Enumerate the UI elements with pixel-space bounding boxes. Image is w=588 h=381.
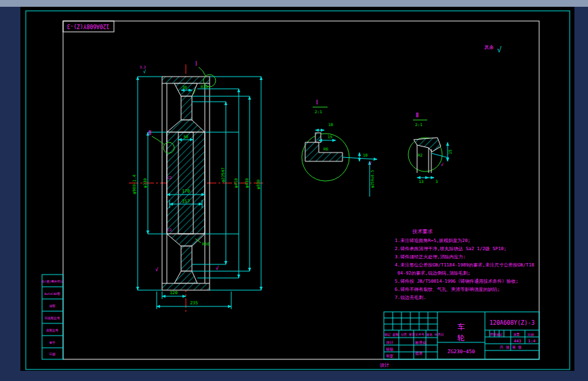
dim-right-1: φ225H7 <box>220 167 226 182</box>
margin-box-label: 日期 <box>50 353 56 356</box>
signature-row-label: 设计 <box>386 340 394 344</box>
roughness-check-icon: √ <box>497 45 502 54</box>
margin-box-label: AutoCAD图 <box>44 292 60 296</box>
window-top-bar <box>0 0 588 7</box>
dim-chamfer-b: C2 <box>168 228 172 232</box>
signature-row-label: 校核 <box>385 347 394 351</box>
part-name-char: 车 <box>458 323 465 332</box>
detail-1-dim-width: 15 <box>328 134 333 139</box>
roughness-check-icon: √ <box>441 162 444 167</box>
note-line: 7.锐边去毛刺. <box>395 295 426 300</box>
margin-box-label: 描图 <box>49 304 56 308</box>
mass-value: 443 <box>514 338 522 343</box>
notes-title: 技术要求 <box>412 228 433 235</box>
detail-marker-1-label: Ⅰ <box>195 61 197 67</box>
margin-box-label: 旧底图总号 <box>45 316 60 320</box>
dim-bore: 50 <box>183 134 189 139</box>
corner-stamp-text: 120A608Y(Z)-3 <box>67 23 110 29</box>
note-line: 2.铸件表面清理干净,喷丸除锈达 Sa2 1/2级 SP10; <box>395 246 507 252</box>
detail-1-dim-right: 10 <box>363 153 368 157</box>
note-line: 6.铸件不得有裂纹、气孔、夹渣等影响强度的缺陷; <box>395 287 500 292</box>
detail-2-scale: 2:1 <box>415 122 423 127</box>
signature-row-label: 批准 <box>415 351 423 356</box>
footer-label: 设计 <box>380 363 389 368</box>
dim-left-outer: φ900-1.4 <box>132 174 137 194</box>
signature-row-label: 审定 <box>386 354 394 359</box>
dim-fillet-hub: R50 <box>202 241 210 246</box>
dim-left-inner: φ230 <box>142 178 148 188</box>
detail-1-label: Ⅰ <box>316 99 318 106</box>
note-line: 3.铸件须经正火处理,消除内应力: <box>395 254 466 260</box>
dim-right-2: φ410 <box>233 178 239 188</box>
detail-2-radius: R2 <box>418 153 423 157</box>
drawing-number: 120A608Y(Z)-3 <box>490 319 535 326</box>
detail-1-dim-top: 10 <box>328 122 334 127</box>
margin-box-label: 借(通)用件登记 <box>41 279 64 283</box>
dim-hub-inner: 157 <box>182 199 190 204</box>
detail-2-label: Ⅱ <box>416 112 418 119</box>
detail-2-dim-right: 15 <box>448 149 452 155</box>
dim-right-3: φ430 <box>244 178 250 188</box>
note-line: 4.未注形位公差按GB/T1184-1989的要求,未注尺寸公差按GB/T18 <box>395 262 534 268</box>
dim-chamfer-a: C2 <box>168 176 172 180</box>
dim-hub-length: 170 <box>182 188 190 194</box>
other-surfaces-label: 其余 <box>484 45 494 50</box>
mass-label: 质量 <box>513 333 520 336</box>
cad-viewer-window: 120A608Y(Z)-3 借(通)用件登记 AutoCAD图 描图 旧底图总号… <box>0 0 588 381</box>
detail-1-scale: 2:1 <box>315 109 322 114</box>
material-spec: ZG230~450 <box>448 348 475 355</box>
part-name-char: 轮 <box>457 334 465 342</box>
detail-2-dim-b: 3 <box>435 179 438 184</box>
dim-tread-half: 120 <box>170 290 178 296</box>
margin-box-label: 底图总号 <box>46 329 59 332</box>
dim-overall-width: 235 <box>190 300 198 306</box>
margin-box-label: 签字 <box>50 341 56 344</box>
roughness-check-icon: √ <box>369 161 372 165</box>
signature-row-label: 标准化 <box>414 340 427 345</box>
dim-right-4: φ830 <box>256 179 261 189</box>
detail-marker-2-label: Ⅱ <box>149 130 151 136</box>
title-block-header-row: 标记 处数 分区 更改文件号 签名 年月日 <box>384 332 444 337</box>
note-line: 5.铸件按 JB/T50014-1996《铸钢件通用技术条件》验收; <box>395 278 518 284</box>
detail-1-radius: R6 <box>324 146 329 151</box>
detail-1-diameter: φ250±0.5 <box>370 170 375 188</box>
sheet-info: 共 张 第 张 <box>499 345 522 350</box>
drawing-canvas[interactable] <box>20 7 574 371</box>
stage-label: 阶段标记 <box>490 332 503 337</box>
scale-value: 1:4 <box>528 338 536 343</box>
note-line: 04-92的要求,锐边倒钝,清除毛刺; <box>397 270 471 276</box>
detail-2-dim-a: 13 <box>418 179 424 184</box>
note-line: 1.未注铸造圆角R=5,拔模斜度为20; <box>395 238 471 243</box>
dim-web: 30 <box>182 85 187 89</box>
